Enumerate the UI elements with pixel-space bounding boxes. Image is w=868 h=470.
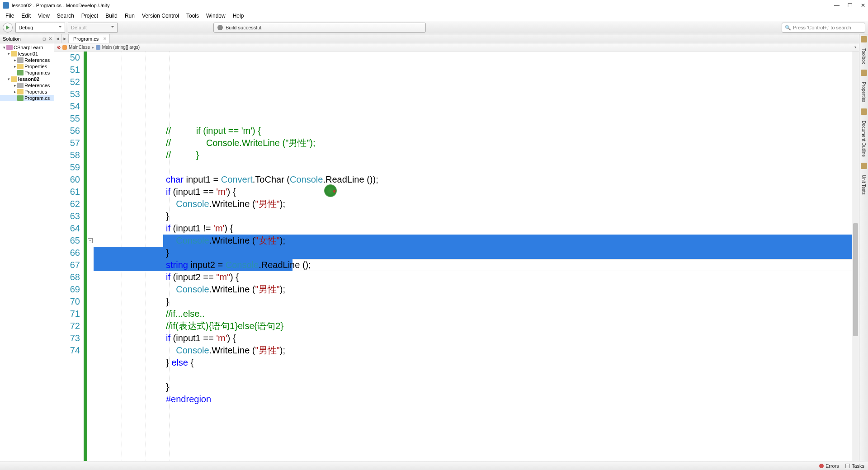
code-line-66[interactable]: //if(表达式){语句1}else{语句2}: [94, 320, 852, 332]
tab-close-icon[interactable]: ✕: [103, 36, 107, 41]
menu-run[interactable]: Run: [122, 12, 137, 20]
menu-window[interactable]: Window: [203, 12, 228, 20]
code-line-63[interactable]: Console.WriteLine ("男性");: [94, 283, 852, 296]
tree-node-csharplearn[interactable]: ▾CSharpLearn: [0, 44, 54, 51]
unit-tests-icon: [861, 163, 867, 169]
change-marker: [84, 52, 87, 461]
code-line-58[interactable]: if (input1 != 'm') {: [94, 222, 852, 235]
dock-tab-toolbox[interactable]: Toolbox: [860, 45, 867, 67]
menu-project[interactable]: Project: [79, 12, 101, 20]
code-line-62[interactable]: if (input2 == "m") {: [94, 271, 852, 283]
tree-node-lesson01[interactable]: ▾lesson01: [0, 51, 54, 57]
minimize-button[interactable]: —: [834, 2, 840, 9]
tab-nav-fwd[interactable]: ►: [61, 34, 69, 43]
menu-version-control[interactable]: Version Control: [139, 12, 182, 20]
solution-pad: Solution ◻ ✕ ▾CSharpLearn▾lesson01▸Refer…: [0, 34, 54, 461]
tree-node-program-cs[interactable]: Program.cs: [0, 70, 54, 76]
menu-build[interactable]: Build: [103, 12, 120, 20]
breadcrumb-dropdown-icon[interactable]: ▾: [854, 45, 856, 49]
code-editor[interactable]: 5051525354555657585960616263646566676869…: [54, 52, 859, 461]
code-line-64[interactable]: }: [94, 296, 852, 308]
tree-node-lesson02[interactable]: ▾lesson02: [0, 76, 54, 82]
menu-edit[interactable]: Edit: [19, 12, 33, 20]
target-combo[interactable]: Default: [68, 23, 118, 33]
menu-file[interactable]: File: [3, 12, 17, 20]
menu-tools[interactable]: Tools: [184, 12, 202, 20]
code-line-71[interactable]: }: [94, 381, 852, 393]
code-line-54[interactable]: char input1 = Convert.ToChar (Console.Re…: [94, 174, 852, 186]
titlebar: lesson02 - Program.cs - MonoDevelop-Unit…: [0, 0, 868, 11]
toolbar: Debug Default Build successful. 🔍 Press …: [0, 21, 868, 34]
dock-tab-document-outline[interactable]: Document Outline: [860, 118, 867, 160]
code-line-70[interactable]: [94, 369, 852, 381]
code-line-67[interactable]: if (input1 == 'm') {: [94, 332, 852, 344]
menu-view[interactable]: View: [35, 12, 52, 20]
maximize-button[interactable]: ❐: [848, 2, 853, 9]
code-line-69[interactable]: } else {: [94, 357, 852, 369]
dock-tab-properties[interactable]: Properties: [860, 79, 867, 106]
no-sel-icon: ⊘: [57, 45, 61, 50]
status-errors[interactable]: Errors: [819, 463, 839, 469]
code-line-57[interactable]: }: [94, 210, 852, 222]
line-number-gutter: 5051525354555657585960616263646566676869…: [54, 52, 84, 461]
breadcrumb[interactable]: ⊘ MainClass ▸ Main (string[] args) ▾: [54, 43, 859, 52]
tree-node-references[interactable]: ▸References: [0, 57, 54, 63]
code-line-55[interactable]: if (input1 == 'm') {: [94, 186, 852, 198]
code-line-73[interactable]: [94, 405, 852, 418]
code-line-56[interactable]: Console.WriteLine ("男性");: [94, 198, 852, 210]
code-line-68[interactable]: Console.WriteLine ("男性");: [94, 344, 852, 357]
code-line-65[interactable]: //if...else..: [94, 308, 852, 320]
tree-node-program-cs[interactable]: Program.cs: [0, 95, 54, 101]
right-dock: ToolboxPropertiesDocument OutlineUnit Te…: [859, 34, 868, 461]
tree-node-references[interactable]: ▸References: [0, 82, 54, 89]
build-status: Build successful.: [213, 23, 426, 33]
code-line-74[interactable]: [94, 418, 852, 430]
status-ok-icon: [217, 25, 223, 30]
solution-pad-header: Solution ◻ ✕: [0, 34, 54, 43]
close-button[interactable]: ✕: [861, 2, 865, 9]
run-button[interactable]: [3, 23, 13, 33]
code-area[interactable]: ✱ // if (input == 'm') {// Console.Write…: [94, 52, 852, 461]
code-line-50[interactable]: // if (input == 'm') {: [94, 125, 852, 137]
fold-toggle[interactable]: −: [88, 238, 93, 243]
pad-autohide-icon[interactable]: ◻: [42, 37, 46, 41]
error-icon: [819, 464, 824, 468]
solution-tree[interactable]: ▾CSharpLearn▾lesson01▸References▸Propert…: [0, 43, 54, 461]
tab-program-cs[interactable]: Program.cs✕: [69, 34, 110, 43]
cursor-highlight: ✱: [324, 184, 337, 197]
statusbar: Errors Tasks: [0, 461, 868, 470]
pad-close-icon[interactable]: ✕: [48, 36, 52, 41]
code-line-52[interactable]: // }: [94, 149, 852, 161]
vertical-scrollbar[interactable]: [852, 52, 859, 461]
fold-column[interactable]: −: [87, 52, 94, 461]
search-input[interactable]: 🔍 Press 'Control+,' to search: [782, 23, 865, 33]
status-tasks[interactable]: Tasks: [845, 463, 864, 469]
task-icon: [845, 464, 850, 468]
window-title: lesson02 - Program.cs - MonoDevelop-Unit…: [12, 3, 109, 8]
code-line-72[interactable]: #endregion: [94, 393, 852, 405]
app-icon: [3, 2, 9, 9]
menu-search[interactable]: Search: [54, 12, 77, 20]
tab-strip: ◄ ► Program.cs✕: [54, 34, 859, 43]
menubar: FileEditViewSearchProjectBuildRunVersion…: [0, 11, 868, 21]
toolbox-icon: [861, 36, 867, 42]
menu-help[interactable]: Help: [230, 12, 247, 20]
code-line-59[interactable]: Console.WriteLine ("女性");: [94, 235, 852, 247]
svg-marker-0: [6, 25, 9, 30]
document-outline-icon: [861, 108, 867, 115]
method-icon: [96, 45, 100, 50]
config-combo[interactable]: Debug: [15, 23, 65, 33]
code-line-53[interactable]: [94, 161, 852, 174]
tree-node-properties[interactable]: ▸Properties: [0, 89, 54, 95]
code-line-51[interactable]: // Console.WriteLine ("男性");: [94, 137, 852, 149]
tree-node-properties[interactable]: ▸Properties: [0, 63, 54, 70]
class-icon: [62, 45, 67, 50]
search-icon: 🔍: [785, 25, 791, 31]
code-line-61[interactable]: string input2 = Console.ReadLine ();: [94, 259, 852, 271]
properties-icon: [861, 70, 867, 76]
dock-tab-unit-tests[interactable]: Unit Tests: [860, 172, 867, 198]
code-line-60[interactable]: }: [94, 247, 852, 259]
tab-nav-back[interactable]: ◄: [54, 34, 61, 43]
